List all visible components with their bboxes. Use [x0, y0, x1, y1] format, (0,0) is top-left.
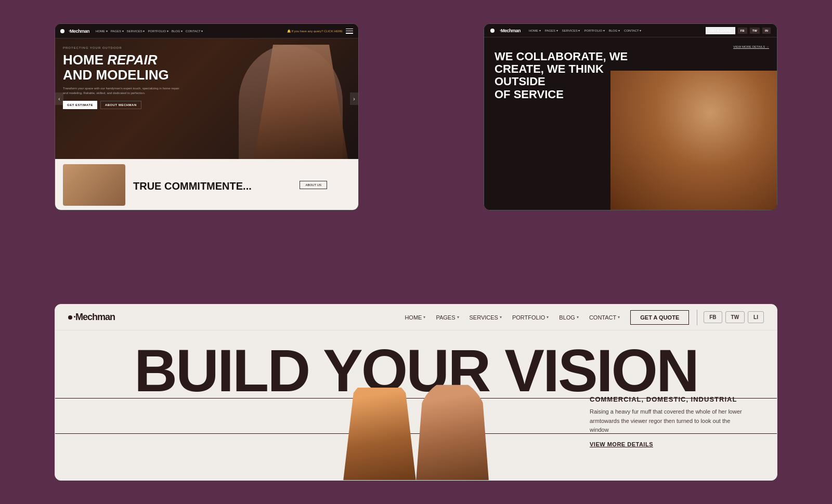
- bl-navbar: ·Mechman HOME ▾ PAGES ▾ SERVICES ▾ PORTF…: [55, 304, 777, 330]
- tl-hero: ‹ › PROTECTING YOUR OUTDOOR HOME REPAIR …: [55, 38, 358, 159]
- tr-hero-title: WE COLLABORATE, WECREATE, WE THINK OUTSI…: [495, 50, 640, 101]
- bl-person-2: [416, 380, 489, 481]
- tl-prev-arrow[interactable]: ‹: [55, 92, 63, 105]
- tr-hero-content: WE COLLABORATE, WECREATE, WE THINK OUTSI…: [484, 37, 777, 210]
- bl-social-li[interactable]: LI: [748, 311, 764, 323]
- tr-social-tw[interactable]: TW: [750, 28, 760, 34]
- tl-nav-services[interactable]: SERVICES ▾: [127, 29, 145, 33]
- bl-pages-chevron: ▾: [457, 315, 459, 320]
- bl-portfolio-chevron: ▾: [547, 315, 549, 320]
- bl-logo-dot: [68, 315, 72, 320]
- tl-navbar: ·Mechman HOME ▾ PAGES ▾ SERVICES ▾ PORTF…: [55, 24, 358, 38]
- tl-nav-blog[interactable]: BLOG ▾: [172, 29, 183, 33]
- tl-nav-contact[interactable]: CONTACT ▾: [186, 29, 203, 33]
- bl-nav-contact[interactable]: CONTACT ▾: [589, 314, 620, 321]
- card-bottom: ·Mechman HOME ▾ PAGES ▾ SERVICES ▾ PORTF…: [55, 304, 777, 481]
- tl-next-arrow[interactable]: ›: [350, 92, 358, 105]
- bl-get-quote-button[interactable]: GET A QUOTE: [630, 310, 689, 325]
- tr-nav-home[interactable]: HOME ▾: [529, 29, 541, 32]
- tl-nav-home[interactable]: HOME ▾: [96, 29, 108, 33]
- bl-right-content: COMMERCIAL, DOMESTIC, INDUSTRIAL Raising…: [590, 395, 746, 447]
- tr-nav-portfolio[interactable]: PORTFOLIO ▾: [584, 29, 605, 32]
- tl-get-estimate-button[interactable]: GET ESTIMATE: [63, 101, 97, 109]
- tl-logo-dot: [60, 29, 64, 33]
- bl-blog-chevron: ▾: [577, 315, 579, 320]
- bl-social-buttons: FB TW LI: [704, 311, 764, 323]
- tl-nav-pages[interactable]: PAGES ▾: [111, 29, 124, 33]
- tr-nav-services[interactable]: SERVICES ▾: [562, 29, 580, 32]
- tl-buttons: GET ESTIMATE ABOUT MECHMAN: [63, 101, 183, 109]
- tl-hamburger-icon[interactable]: [346, 29, 353, 34]
- tl-logo: ·Mechman: [69, 29, 89, 34]
- tl-bottom-image: [63, 164, 125, 206]
- tr-nav-pages[interactable]: PAGES ▾: [545, 29, 558, 32]
- bl-contact-chevron: ▾: [618, 315, 620, 320]
- bl-persons: [333, 367, 499, 481]
- card-top-left: ·Mechman HOME ▾ PAGES ▾ SERVICES ▾ PORTF…: [55, 23, 359, 210]
- bl-nav-services[interactable]: SERVICES ▾: [470, 314, 502, 321]
- tl-hero-content: PROTECTING YOUR OUTDOOR HOME REPAIR AND …: [63, 46, 183, 109]
- bl-nav-portfolio[interactable]: PORTFOLIO ▾: [512, 314, 549, 321]
- tr-navbar: ·Mechman HOME ▾ PAGES ▾ SERVICES ▾ PORTF…: [484, 24, 777, 37]
- tr-hero: WE COLLABORATE, WECREATE, WE THINK OUTSI…: [484, 37, 777, 210]
- bl-person-1: [343, 377, 416, 481]
- tl-notification[interactable]: 🔔 If you have any query? CLICK HERE: [287, 29, 343, 33]
- tr-title-line1: WE COLLABORATE, WECREATE, WE THINK OUTSI…: [495, 50, 628, 101]
- bl-nav-items: HOME ▾ PAGES ▾ SERVICES ▾ PORTFOLIO ▾ BL…: [405, 314, 620, 321]
- tl-bottom-strip: TRUE COMMITMENTE... ABOUT US: [55, 159, 358, 210]
- tl-headline-bold: REPAIR: [107, 52, 157, 68]
- bl-view-more-link[interactable]: VIEW MORE DETAILS: [590, 441, 746, 447]
- bl-nav-home[interactable]: HOME ▾: [405, 314, 425, 321]
- bl-right-subtitle: COMMERCIAL, DOMESTIC, INDUSTRIAL: [590, 395, 746, 403]
- bl-nav-pages[interactable]: PAGES ▾: [436, 314, 459, 321]
- tl-nav-portfolio[interactable]: PORTFOLIO ▾: [148, 29, 168, 33]
- tl-eyebrow: PROTECTING YOUR OUTDOOR: [63, 46, 183, 49]
- bl-nav-blog[interactable]: BLOG ▾: [559, 314, 579, 321]
- tl-about-button[interactable]: ABOUT US: [300, 181, 327, 189]
- bl-services-chevron: ▾: [500, 315, 502, 320]
- bl-home-chevron: ▾: [423, 315, 425, 320]
- bl-social-tw[interactable]: TW: [725, 311, 745, 323]
- tr-get-quote-button[interactable]: GET A QUOTE: [706, 27, 735, 34]
- tr-logo-dot: [490, 29, 495, 33]
- bl-hero: BUILD YOUR VISION COMMERCIAL, DOMESTIC, …: [55, 330, 777, 481]
- tl-headline: HOME REPAIR AND MODELING: [63, 52, 183, 82]
- tr-nav-blog[interactable]: BLOG ▾: [609, 29, 620, 32]
- bl-right-desc: Raising a heavy fur muff that covered th…: [590, 407, 746, 435]
- bl-social-fb[interactable]: FB: [704, 311, 722, 323]
- tl-nav-right: 🔔 If you have any query? CLICK HERE: [287, 29, 343, 33]
- card-top-right: ·Mechman HOME ▾ PAGES ▾ SERVICES ▾ PORTF…: [484, 23, 777, 210]
- tr-social-fb[interactable]: FB: [738, 28, 747, 34]
- tr-nav-contact[interactable]: CONTACT ▾: [624, 29, 641, 32]
- bl-logo-area: ·Mechman: [68, 312, 115, 323]
- bl-nav-divider: [697, 310, 697, 325]
- tl-subtext: Transform your space with our handyman's…: [63, 86, 183, 96]
- tr-nav-right: GET A QUOTE FB TW IN: [706, 27, 771, 34]
- tl-about-mechman-button[interactable]: ABOUT MECHMAN: [100, 101, 141, 109]
- tr-social-in[interactable]: IN: [762, 28, 771, 34]
- tr-logo: ·Mechman: [500, 28, 521, 33]
- bl-logo: ·Mechman: [73, 312, 115, 323]
- tr-title-bold: WE THINK: [547, 62, 604, 75]
